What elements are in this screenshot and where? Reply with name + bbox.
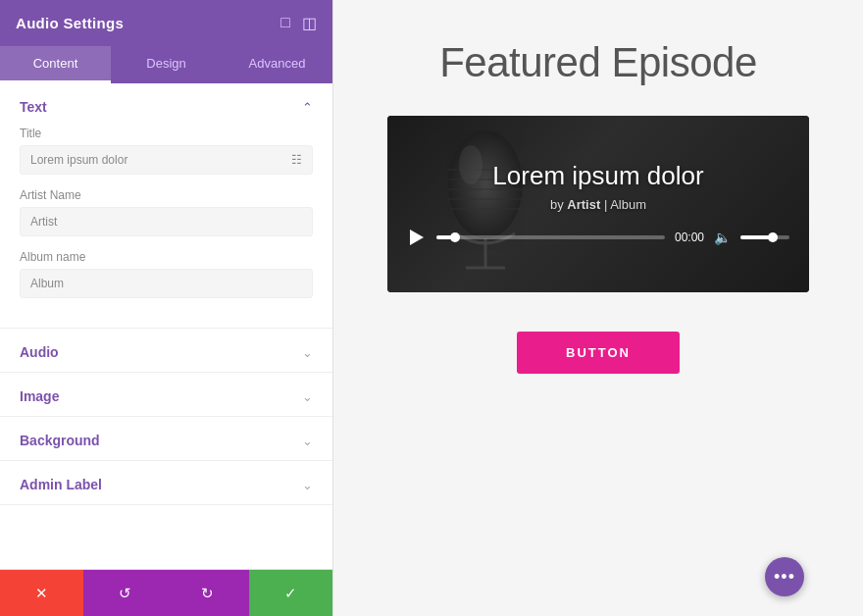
section-admin-label-header[interactable]: Admin Label ⌄	[0, 461, 332, 504]
field-album-group: Album name Album	[20, 250, 313, 298]
field-artist-label: Artist Name	[20, 188, 313, 202]
section-background-toggle: ⌄	[302, 434, 313, 448]
section-background-header[interactable]: Background ⌄	[0, 417, 332, 460]
field-title-icon: ☷	[291, 153, 302, 167]
settings-panel: Audio Settings □ ◫ Content Design Advanc…	[0, 0, 333, 616]
panel-title: Audio Settings	[16, 15, 124, 31]
field-artist-group: Artist Name Artist	[20, 188, 313, 236]
panel-header: Audio Settings □ ◫	[0, 0, 332, 46]
section-text-content: Title Lorem ipsum dolor ☷ Artist Name Ar…	[0, 127, 332, 328]
section-admin-label-toggle: ⌄	[302, 478, 313, 492]
audio-controls: 00:00 🔈	[407, 228, 789, 247]
field-album-input[interactable]: Album	[20, 269, 313, 298]
volume-dot	[768, 232, 778, 242]
tab-design[interactable]: Design	[111, 46, 222, 83]
audio-song-title: Lorem ipsum dolor	[492, 161, 703, 191]
field-title-input[interactable]: Lorem ipsum dolor ☷	[20, 145, 313, 175]
field-artist-input[interactable]: Artist	[20, 207, 313, 236]
section-image: Image ⌄	[0, 373, 332, 417]
field-title-group: Title Lorem ipsum dolor ☷	[20, 127, 313, 175]
audio-card: Lorem ipsum dolor by Artist | Album 00:0…	[387, 116, 809, 292]
progress-fill	[436, 235, 455, 239]
play-button[interactable]	[407, 228, 427, 247]
save-button[interactable]: ✓	[249, 570, 332, 616]
progress-bar[interactable]	[436, 235, 665, 239]
volume-icon[interactable]: 🔈	[714, 230, 731, 245]
panel-footer: ✕ ↺ ↻ ✓	[0, 569, 332, 616]
section-image-toggle: ⌄	[302, 389, 313, 404]
field-album-label: Album name	[20, 250, 313, 264]
section-audio-title: Audio	[20, 344, 59, 360]
section-background-title: Background	[20, 433, 100, 448]
redo-button[interactable]: ↻	[167, 570, 250, 616]
section-audio-header[interactable]: Audio ⌄	[0, 329, 332, 372]
preview-button[interactable]: BUTTON	[517, 332, 680, 374]
layout-icon[interactable]: ◫	[302, 14, 317, 32]
section-audio-toggle: ⌄	[302, 345, 313, 360]
undo-button[interactable]: ↺	[83, 570, 167, 616]
section-text-header[interactable]: Text ⌃	[0, 83, 332, 127]
audio-card-overlay: Lorem ipsum dolor by Artist | Album 00:0…	[387, 116, 809, 292]
panel-body: Text ⌃ Title Lorem ipsum dolor ☷ Artist …	[0, 83, 332, 569]
section-admin-label-title: Admin Label	[20, 477, 102, 492]
play-icon	[410, 230, 424, 245]
section-text: Text ⌃ Title Lorem ipsum dolor ☷ Artist …	[0, 83, 332, 329]
settings-tabs: Content Design Advanced	[0, 46, 332, 83]
featured-episode-title: Featured Episode	[439, 39, 757, 86]
panel-header-icons: □ ◫	[280, 14, 317, 32]
tab-content[interactable]: Content	[0, 46, 111, 83]
progress-dot	[450, 232, 460, 242]
volume-bar[interactable]	[740, 235, 789, 239]
section-text-toggle: ⌃	[302, 100, 313, 115]
section-image-title: Image	[20, 388, 59, 404]
field-title-label: Title	[20, 127, 313, 140]
section-background: Background ⌄	[0, 417, 332, 461]
section-audio: Audio ⌄	[0, 329, 332, 373]
preview-area: Featured Episode	[333, 0, 863, 616]
cancel-button[interactable]: ✕	[0, 570, 83, 616]
section-admin-label: Admin Label ⌄	[0, 461, 332, 505]
fab-button[interactable]: •••	[765, 557, 804, 596]
section-text-title: Text	[20, 99, 47, 115]
time-display: 00:00	[675, 231, 704, 244]
section-image-header[interactable]: Image ⌄	[0, 373, 332, 416]
tab-advanced[interactable]: Advanced	[222, 46, 332, 83]
audio-meta: by Artist | Album	[550, 197, 646, 212]
expand-icon[interactable]: □	[280, 14, 290, 32]
